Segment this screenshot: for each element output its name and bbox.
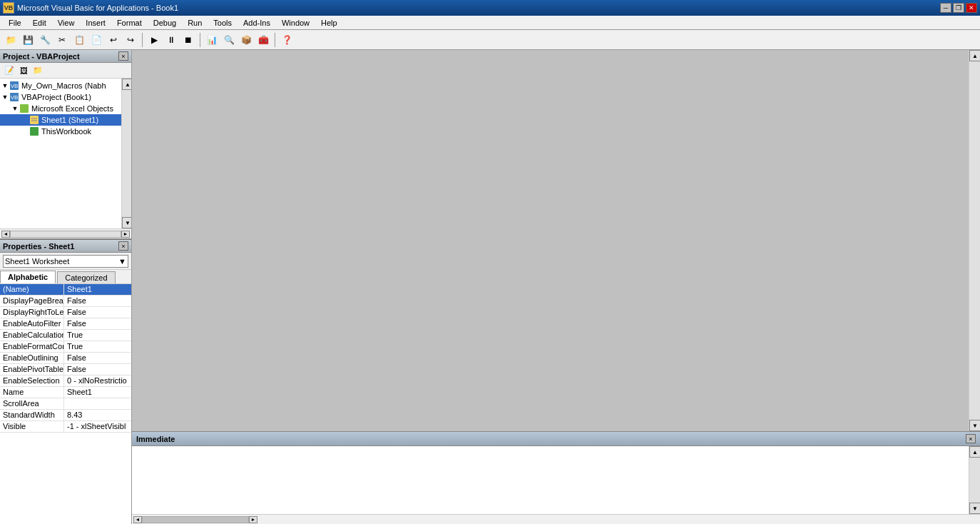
properties-panel-title: Properties - Sheet1 bbox=[3, 242, 74, 251]
prop-row-EnableOutlining[interactable]: EnableOutliningFalse bbox=[0, 353, 131, 364]
prop-row-DisplayPageBreak[interactable]: DisplayPageBreakFalse bbox=[0, 296, 131, 307]
code-vscrollbar[interactable]: ▲ ▼ bbox=[969, 50, 980, 431]
imm-scroll-down[interactable]: ▼ bbox=[969, 503, 980, 514]
menu-item-help[interactable]: Help bbox=[315, 16, 343, 29]
prop-value-cell: -1 - xlSheetVisibl bbox=[64, 421, 131, 432]
proj-view-code-btn[interactable]: 📝 bbox=[3, 64, 16, 77]
immediate-close-button[interactable]: × bbox=[966, 434, 976, 443]
proj-hscroll-left[interactable]: ◄ bbox=[1, 231, 10, 238]
imm-scroll-track[interactable] bbox=[969, 458, 980, 503]
toolbar-btn-redo[interactable]: ↪ bbox=[123, 32, 138, 48]
tree-expand-vbaproject[interactable]: ▼ bbox=[1, 91, 9, 103]
tree-item-thisworkbook[interactable]: ThisWorkbook bbox=[0, 126, 121, 137]
toolbar-btn-designer[interactable]: 📊 bbox=[204, 32, 220, 48]
proj-toggle-folders-btn[interactable]: 📁 bbox=[31, 64, 44, 77]
prop-value-cell: Sheet1 bbox=[64, 387, 131, 398]
menu-item-tools[interactable]: Tools bbox=[208, 16, 238, 29]
code-scroll-down[interactable]: ▼ bbox=[969, 420, 980, 431]
tree-icon-excel-objects bbox=[19, 103, 30, 114]
menu-item-run[interactable]: Run bbox=[182, 16, 208, 29]
imm-scroll-up[interactable]: ▲ bbox=[969, 446, 980, 458]
tree-icon-vbaproject: VB bbox=[9, 91, 20, 103]
properties-object-combo[interactable]: Sheet1 Worksheet ▼ bbox=[3, 255, 128, 268]
menu-item-file[interactable]: File bbox=[3, 16, 27, 29]
toolbar-btn-cut[interactable]: ✂ bbox=[54, 32, 70, 48]
prop-row-EnableCalculation[interactable]: EnableCalculationTrue bbox=[0, 330, 131, 341]
toolbar-btn-help-btn[interactable]: ❓ bbox=[279, 32, 295, 48]
menu-item-debug[interactable]: Debug bbox=[148, 16, 182, 29]
main-layout: Project - VBAProject × 📝 🖼 📁 ▼VBMy_Own_M… bbox=[0, 50, 980, 524]
imm-hscroll-right[interactable]: ► bbox=[249, 516, 257, 523]
toolbar-btn-copy[interactable]: 📋 bbox=[71, 32, 87, 48]
proj-scroll-track[interactable] bbox=[122, 90, 131, 217]
code-scroll-up[interactable]: ▲ bbox=[969, 50, 980, 61]
toolbar-btn-find[interactable]: 🔍 bbox=[221, 32, 237, 48]
project-close-button[interactable]: × bbox=[118, 51, 128, 61]
immediate-hscrollbar-track[interactable]: ◄ ► bbox=[132, 516, 980, 523]
toolbar-btn-paste[interactable]: 📄 bbox=[88, 32, 104, 48]
close-button[interactable]: ✕ bbox=[966, 3, 977, 13]
prop-row-StandardWidth[interactable]: StandardWidth8.43 bbox=[0, 410, 131, 421]
prop-row-EnableFormatCon[interactable]: EnableFormatConTrue bbox=[0, 341, 131, 353]
immediate-bottom-bar: ◄ ► bbox=[132, 514, 980, 524]
prop-row-EnableSelection[interactable]: EnableSelection0 - xlNoRestrictio bbox=[0, 376, 131, 387]
svg-rect-4 bbox=[20, 104, 29, 113]
tree-expand-excel-objects[interactable]: ▼ bbox=[11, 103, 19, 114]
prop-row-Name[interactable]: (Name)Sheet1 bbox=[0, 284, 131, 296]
proj-scroll-up[interactable]: ▲ bbox=[122, 79, 131, 90]
code-content bbox=[132, 50, 969, 431]
tree-expand-sheet1[interactable] bbox=[21, 114, 29, 126]
prop-row-EnablePivotTable[interactable]: EnablePivotTableFalse bbox=[0, 364, 131, 376]
menu-item-view[interactable]: View bbox=[52, 16, 81, 29]
minimize-button[interactable]: ─ bbox=[940, 3, 951, 13]
menu-item-window[interactable]: Window bbox=[276, 16, 315, 29]
prop-row-Name[interactable]: NameSheet1 bbox=[0, 387, 131, 398]
tree-item-my-macros[interactable]: ▼VBMy_Own_Macros (Nabh bbox=[0, 80, 121, 91]
proj-hscroll-track[interactable] bbox=[10, 231, 121, 238]
svg-rect-8 bbox=[30, 127, 39, 136]
menu-item-format[interactable]: Format bbox=[111, 16, 148, 29]
project-tree: ▼VBMy_Own_Macros (Nabh▼VBVBAProject (Boo… bbox=[0, 79, 121, 228]
tree-item-sheet1[interactable]: Sheet1 (Sheet1) bbox=[0, 114, 121, 126]
toolbar-btn-save[interactable]: 💾 bbox=[20, 32, 36, 48]
window-controls: ─ ❐ ✕ bbox=[940, 3, 977, 13]
imm-hscroll-left[interactable]: ◄ bbox=[133, 516, 142, 523]
tree-item-excel-objects[interactable]: ▼Microsoft Excel Objects bbox=[0, 103, 121, 114]
menu-item-addins[interactable]: Add-Ins bbox=[238, 16, 276, 29]
proj-scroll-down[interactable]: ▼ bbox=[122, 217, 131, 228]
toolbar-btn-obj-browser[interactable]: 📦 bbox=[238, 32, 254, 48]
restore-button[interactable]: ❐ bbox=[953, 3, 964, 13]
prop-row-EnableAutoFilter[interactable]: EnableAutoFilterFalse bbox=[0, 318, 131, 330]
project-header: Project - VBAProject × bbox=[0, 50, 131, 63]
prop-row-Visible[interactable]: Visible-1 - xlSheetVisibl bbox=[0, 421, 131, 433]
properties-close-button[interactable]: × bbox=[118, 241, 128, 251]
window-title: Microsoft Visual Basic for Applications … bbox=[17, 4, 178, 12]
code-scroll-track[interactable] bbox=[969, 61, 980, 420]
toolbar-btn-toolbox[interactable]: 🧰 bbox=[255, 32, 271, 48]
proj-hscroll-right[interactable]: ► bbox=[121, 231, 130, 238]
tree-label-vbaproject: VBAProject (Book1) bbox=[21, 93, 91, 101]
menu-item-edit[interactable]: Edit bbox=[27, 16, 52, 29]
project-vscrollbar[interactable]: ▲ ▼ bbox=[121, 79, 131, 228]
prop-row-ScrollArea[interactable]: ScrollArea bbox=[0, 398, 131, 410]
toolbar-btn-run[interactable]: ▶ bbox=[146, 32, 162, 48]
tree-expand-my-macros[interactable]: ▼ bbox=[1, 80, 9, 91]
prop-tab-categorized[interactable]: Categorized bbox=[57, 271, 115, 283]
toolbar-btn-insert-ui[interactable]: 🔧 bbox=[37, 32, 53, 48]
prop-value-cell: 0 - xlNoRestrictio bbox=[64, 376, 131, 386]
menu-item-insert[interactable]: Insert bbox=[80, 16, 111, 29]
toolbar-btn-break[interactable]: ⏸ bbox=[163, 32, 179, 48]
proj-view-designer-btn[interactable]: 🖼 bbox=[17, 64, 30, 77]
prop-row-DisplayRightToLef[interactable]: DisplayRightToLefFalse bbox=[0, 307, 131, 318]
toolbar-btn-open[interactable]: 📁 bbox=[3, 32, 19, 48]
prop-tab-alphabetic[interactable]: Alphabetic bbox=[0, 271, 56, 283]
imm-hscroll-thumb[interactable] bbox=[142, 516, 249, 523]
prop-name-cell: EnableCalculation bbox=[0, 330, 64, 341]
toolbar-btn-undo[interactable]: ↩ bbox=[106, 32, 121, 48]
immediate-input[interactable] bbox=[132, 446, 969, 514]
tree-item-vbaproject[interactable]: ▼VBVBAProject (Book1) bbox=[0, 91, 121, 103]
tree-icon-thisworkbook bbox=[29, 126, 40, 137]
tree-expand-thisworkbook[interactable] bbox=[21, 126, 29, 137]
immediate-vscrollbar[interactable]: ▲ ▼ bbox=[969, 446, 980, 514]
toolbar-btn-stop[interactable]: ⏹ bbox=[180, 32, 196, 48]
